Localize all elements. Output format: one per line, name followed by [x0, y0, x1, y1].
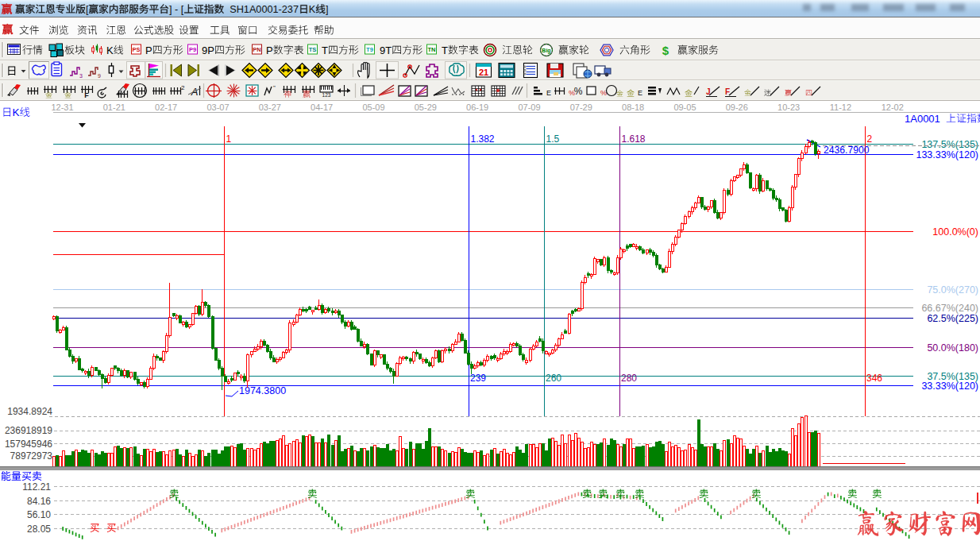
svg-text:28.05: 28.05 — [27, 524, 51, 535]
svg-text:K: K — [13, 106, 20, 118]
svg-text:133.33%(120): 133.33%(120) — [916, 149, 978, 160]
svg-text:": " — [273, 84, 276, 91]
svg-text:123: 123 — [322, 92, 331, 98]
svg-text:12-31: 12-31 — [51, 102, 73, 112]
svg-text:100.0%(0): 100.0%(0) — [932, 226, 978, 238]
svg-text:1A0001: 1A0001 — [905, 113, 946, 125]
svg-text:84.16: 84.16 — [27, 496, 51, 507]
svg-text:PN: PN — [253, 46, 260, 53]
svg-text:9: 9 — [98, 73, 101, 79]
svg-text:1: 1 — [226, 133, 232, 145]
svg-text:260: 260 — [546, 373, 561, 384]
svg-text:280: 280 — [621, 373, 637, 384]
svg-text:K: K — [309, 4, 316, 15]
svg-text:239: 239 — [470, 373, 486, 384]
svg-text:09-26: 09-26 — [726, 102, 748, 112]
svg-text:346: 346 — [866, 373, 882, 384]
svg-text:07-29: 07-29 — [570, 102, 592, 112]
svg-text:2: 2 — [867, 133, 873, 145]
svg-text:08-18: 08-18 — [622, 102, 644, 112]
svg-text:P: P — [145, 44, 152, 56]
svg-text:%: % — [600, 89, 607, 97]
svg-text:P9: P9 — [189, 46, 196, 53]
svg-text:9T: 9T — [380, 44, 392, 56]
svg-text:236918919: 236918919 — [5, 425, 52, 436]
svg-text:3: 3 — [79, 73, 83, 79]
svg-text:56.10: 56.10 — [27, 509, 51, 520]
svg-text:07-09: 07-09 — [518, 102, 540, 112]
svg-text:66.67%(240): 66.67%(240) — [921, 303, 978, 314]
svg-text:33.33%(120): 33.33%(120) — [921, 381, 978, 392]
svg-text:$: $ — [662, 44, 669, 57]
svg-text:PS: PS — [132, 46, 140, 53]
svg-text:01-21: 01-21 — [103, 102, 125, 112]
svg-text:02-17: 02-17 — [155, 102, 177, 112]
svg-text:1.5: 1.5 — [546, 133, 560, 145]
svg-text:05-29: 05-29 — [415, 102, 437, 112]
svg-text:1974.3800: 1974.3800 — [239, 385, 286, 396]
svg-text:1.382: 1.382 — [471, 133, 495, 145]
svg-text:2436.7900: 2436.7900 — [824, 145, 870, 156]
svg-text:Big: Big — [542, 48, 550, 54]
svg-text:%: % — [574, 86, 583, 97]
svg-text:P: P — [266, 44, 273, 56]
svg-text:137.5%(135): 137.5%(135) — [921, 139, 978, 150]
svg-text:12-02: 12-02 — [882, 102, 904, 112]
svg-text:03-07: 03-07 — [206, 102, 229, 112]
svg-text:] - [: ] - [ — [169, 4, 184, 15]
svg-text:TS: TS — [309, 46, 317, 53]
svg-text:112.21: 112.21 — [22, 481, 51, 493]
svg-text:75.0%(270): 75.0%(270) — [927, 284, 978, 296]
svg-text:50.0%(180): 50.0%(180) — [927, 342, 978, 354]
svg-text:11-12: 11-12 — [830, 102, 851, 112]
svg-text:62.5%(225): 62.5%(225) — [927, 313, 978, 324]
svg-text:21: 21 — [479, 68, 488, 77]
svg-text:04-17: 04-17 — [311, 102, 333, 112]
svg-text:05-09: 05-09 — [362, 102, 384, 112]
svg-text:T: T — [442, 44, 448, 56]
svg-text:]: ] — [326, 4, 329, 15]
svg-text:TN: TN — [428, 46, 436, 53]
svg-text:09-05: 09-05 — [673, 102, 696, 112]
svg-text:[: [ — [86, 4, 89, 15]
svg-text:03-27: 03-27 — [259, 102, 281, 112]
svg-text:10-23: 10-23 — [777, 102, 800, 112]
svg-text:78972973: 78972973 — [10, 450, 53, 462]
svg-text:K: K — [106, 44, 114, 56]
svg-text:2: 2 — [181, 84, 185, 91]
svg-text:157945946: 157945946 — [5, 439, 52, 450]
svg-text:1934.8924: 1934.8924 — [7, 406, 52, 417]
svg-text:T: T — [322, 44, 328, 56]
svg-text:E: E — [638, 89, 642, 97]
svg-text:SH1A0001-237: SH1A0001-237 — [224, 4, 299, 15]
svg-text:06-19: 06-19 — [466, 102, 488, 112]
svg-text:1.618: 1.618 — [622, 133, 646, 145]
svg-text:T9: T9 — [366, 46, 373, 53]
svg-text:E: E — [546, 89, 551, 97]
svg-text:9P: 9P — [202, 44, 214, 56]
svg-text:F: F — [84, 91, 89, 99]
